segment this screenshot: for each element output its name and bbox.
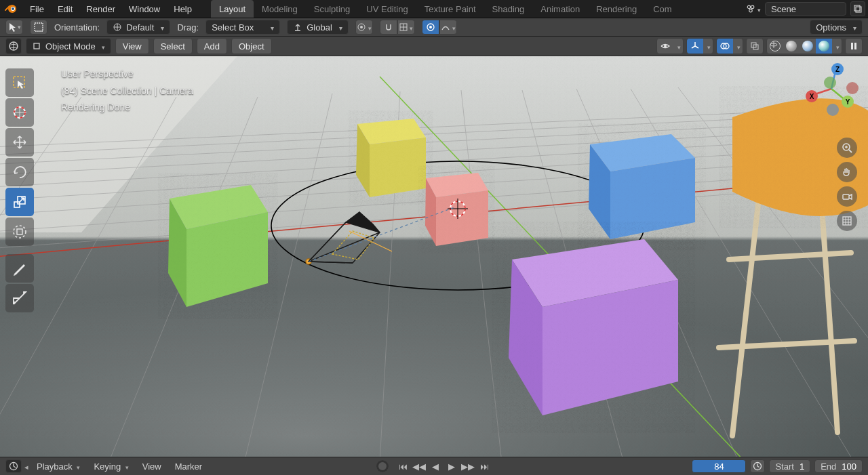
3d-viewport[interactable]: User Perspective (84) Scene Collection |… [0,56,868,457]
jump-next-keyframe[interactable]: ▶▶ [460,459,475,473]
shading-rendered[interactable] [816,39,832,54]
menu-help[interactable]: Help [167,1,199,17]
tool-measure[interactable] [5,284,34,312]
gizmo-dropdown[interactable] [703,39,713,54]
proportional-falloff-dropdown[interactable] [439,20,457,35]
editor-header: Object Mode View Select Add Object [0,37,868,56]
gizmo-axis-neg-z[interactable] [827,104,839,116]
menu-file[interactable]: File [23,1,51,17]
tool-scale[interactable] [5,188,34,216]
drag-value: Select Box [212,22,254,33]
scene-browse-icon[interactable] [746,1,761,16]
tool-cursor[interactable] [5,98,34,127]
select-mode-button[interactable] [30,20,47,35]
header-menu-view[interactable]: View [115,38,149,54]
svg-point-5 [749,9,752,12]
header-menu-select[interactable]: Select [153,38,193,54]
gizmo-axis-z[interactable]: Z [831,63,844,75]
pause-render-button[interactable] [845,38,863,54]
tool-rotate[interactable] [5,158,34,186]
blender-logo-icon[interactable] [3,2,19,16]
drag-dropdown[interactable]: Select Box [205,20,280,35]
menu-window[interactable]: Window [122,1,167,17]
shading-wireframe[interactable] [767,39,783,54]
timeline-bar: Playback Keying View Marker ⏮ ◀◀ ◀ ▶ ▶▶ … [0,457,868,475]
orientation-dropdown[interactable]: Default [106,20,170,35]
xray-toggle[interactable] [746,38,764,54]
jump-to-start[interactable]: ⏮ [395,459,410,473]
timeline-keying-menu[interactable]: Keying [88,460,134,473]
gizmo-toggle[interactable] [687,39,703,54]
zoom-button[interactable] [837,138,857,158]
workspace-tab-compositing[interactable]: Com [645,0,679,18]
blue-cube [589,134,695,239]
tool-annotate[interactable] [5,254,34,283]
workspace-tab-texture-paint[interactable]: Texture Paint [416,0,484,18]
gizmo-axis-x[interactable]: X [806,90,818,102]
timeline-playback-menu[interactable]: Playback [31,460,85,473]
scene-name-field[interactable]: Scene [765,2,846,16]
header-menu-object[interactable]: Object [231,38,272,54]
editor-type-dropdown[interactable] [5,38,22,54]
workspace-tab-layout[interactable]: Layout [211,0,254,18]
pan-button[interactable] [837,162,857,182]
play-reverse[interactable]: ◀ [428,459,443,473]
tool-transform[interactable] [5,218,34,246]
new-scene-button[interactable] [850,1,865,16]
overlay-dropdown[interactable] [733,39,743,54]
timeline-view-menu[interactable]: View [137,460,167,473]
workspace-tab-shading[interactable]: Shading [484,0,533,18]
options-dropdown[interactable]: Options [810,20,863,35]
end-frame-field[interactable]: End100 [814,459,863,473]
workspace-tab-modeling[interactable]: Modeling [254,0,306,18]
gizmo-axis-y[interactable]: Y [842,96,854,108]
shading-material[interactable] [800,39,816,54]
play-forward[interactable]: ▶ [444,459,459,473]
workspace-tab-sculpting[interactable]: Sculpting [306,0,358,18]
jump-prev-keyframe[interactable]: ◀◀ [412,459,427,473]
svg-rect-24 [851,43,853,49]
top-menu-bar: File Edit Render Window Help Layout Mode… [0,0,868,18]
timeline-collapse-icon[interactable] [24,461,28,472]
snap-toggle[interactable] [380,20,397,35]
workspace-tab-rendering[interactable]: Rendering [588,0,645,18]
jump-to-end[interactable]: ⏭ [477,459,492,473]
header-menu-add[interactable]: Add [197,38,227,54]
nav-gizmo[interactable]: Z X Y [804,62,859,116]
timeline-marker-menu[interactable]: Marker [170,460,208,473]
svg-point-36 [14,226,26,238]
svg-point-2 [12,7,14,10]
shading-dropdown[interactable] [832,39,842,54]
pivot-dropdown[interactable] [355,20,373,35]
yellow-cube [356,119,426,197]
tool-select-box[interactable] [5,68,34,97]
proportional-toggle[interactable] [422,20,439,35]
svg-rect-42 [843,194,849,199]
cursor-tool-dropdown[interactable]: ▾ [5,20,23,35]
camera-view-button[interactable] [837,186,857,207]
menu-edit[interactable]: Edit [51,1,79,17]
overlay-toggle[interactable] [717,39,733,54]
perspective-toggle-button[interactable] [837,211,857,231]
drag-label: Drag: [177,22,199,33]
start-frame-field[interactable]: Start1 [769,459,810,473]
overlay-collection: (84) Scene Collection | Camera [61,83,193,100]
tool-move[interactable] [5,128,34,157]
workspace-tab-animation[interactable]: Animation [532,0,588,18]
snap-dropdown[interactable] [397,20,415,35]
gizmo-axis-neg-y[interactable] [824,77,836,89]
overlay-status: Rendering Done [61,99,193,116]
gizmo-axis-neg-x[interactable] [846,82,859,94]
menu-render[interactable]: Render [79,1,122,17]
workspace-tab-uv-editing[interactable]: UV Editing [358,0,416,18]
use-preview-range-toggle[interactable] [750,459,765,473]
auto-keyframe-toggle[interactable] [376,460,389,472]
mode-dropdown[interactable]: Object Mode [26,38,111,54]
shading-solid[interactable] [783,39,800,54]
timeline-editor-dropdown[interactable] [5,459,22,473]
transform-orientation-dropdown[interactable]: Global [287,20,349,35]
svg-point-4 [751,5,753,8]
visibility-dropdown[interactable] [656,38,684,54]
end-label: End [821,461,836,472]
current-frame-field[interactable]: 84 [692,459,746,473]
